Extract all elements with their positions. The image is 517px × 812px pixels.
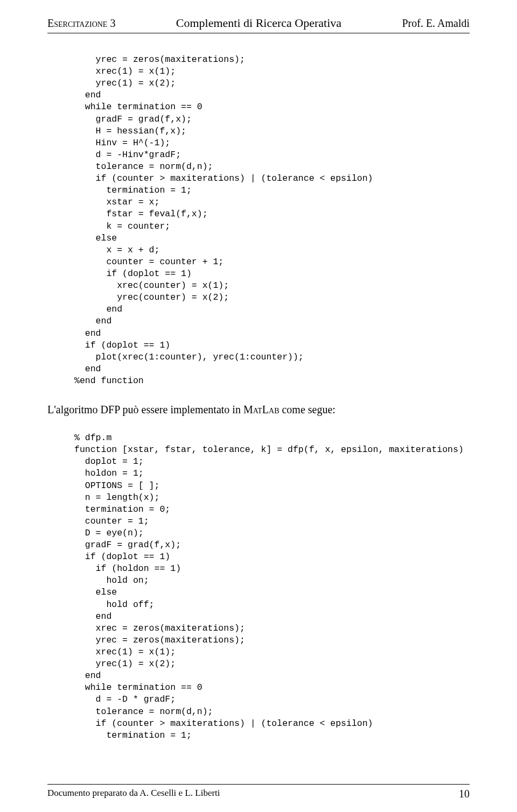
body-paragraph-1: L'algoritmo DFP può essere implementato … — [47, 402, 470, 417]
footer-text: Documento preparato da A. Ceselli e L. L… — [47, 788, 220, 800]
header-right: Prof. E. Amaldi — [402, 17, 470, 30]
para1-matlab: MatLab — [243, 404, 280, 415]
page-header: Esercitazione 3 Complementi di Ricerca O… — [47, 16, 470, 33]
header-center: Complementi di Ricerca Operativa — [176, 16, 341, 30]
header-left: Esercitazione 3 — [47, 17, 115, 30]
para1-pre: L'algoritmo DFP può essere implementato … — [47, 404, 243, 415]
code-block-1: yrec = zeros(maxiterations); xrec(1) = x… — [74, 54, 470, 387]
para1-post: come segue: — [279, 404, 335, 415]
page-footer: Documento preparato da A. Ceselli e L. L… — [47, 784, 470, 800]
code-block-2: % dfp.m function [xstar, fstar, toleranc… — [74, 432, 470, 742]
footer-page-number: 10 — [459, 788, 470, 800]
